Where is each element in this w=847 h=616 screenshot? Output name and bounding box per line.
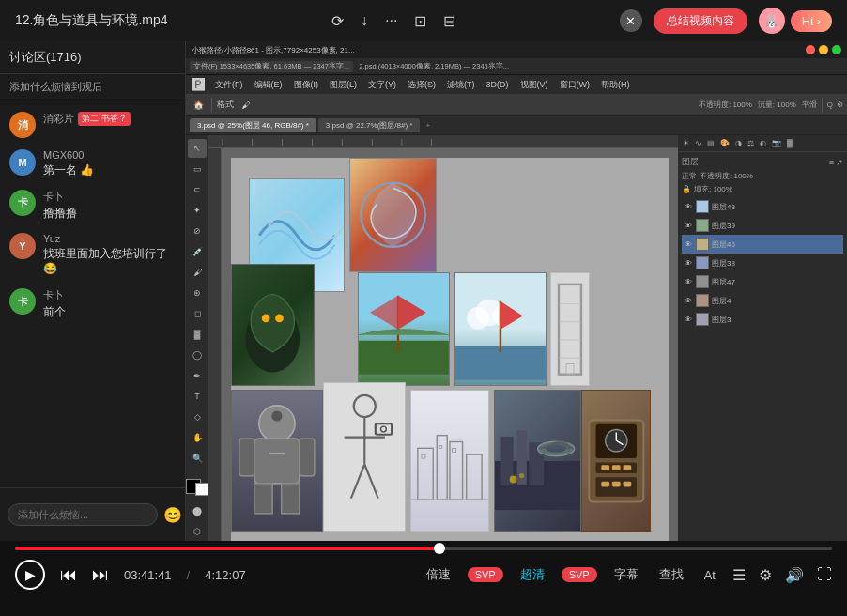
next-button[interactable]: ⏭	[92, 565, 109, 585]
adj-hue[interactable]: 🎨	[718, 138, 732, 148]
ps-menu-window[interactable]: 窗口(W)	[555, 77, 595, 93]
ps-layer-row[interactable]: 👁 图层38	[682, 254, 843, 272]
svg-rect-45	[559, 284, 581, 374]
ps-layer-visibility[interactable]: 👁	[684, 297, 693, 305]
ps-tab-1[interactable]: 3.psd @ 25%(图层 46, RGB/8#) *	[190, 118, 316, 132]
search-button[interactable]: 查找	[655, 564, 687, 585]
ps-layer-visibility[interactable]: 👁	[684, 259, 693, 268]
adj-photo[interactable]: 📷	[770, 138, 783, 148]
comment-input[interactable]	[8, 503, 158, 526]
volume-button[interactable]: 🔊	[785, 566, 804, 584]
close-dot[interactable]	[806, 45, 815, 54]
ps-layer-visibility[interactable]: 👁	[684, 222, 693, 230]
background-swatch[interactable]	[195, 483, 208, 496]
ps-tool-crop[interactable]: ⊘	[188, 222, 207, 240]
ps-tool-zoom[interactable]: 🔍	[188, 449, 207, 468]
ps-tab-add[interactable]: +	[425, 121, 430, 130]
ps-layer-row[interactable]: 👁 图层4	[682, 291, 843, 310]
ps-tool-extra1[interactable]: Q	[827, 100, 833, 109]
maximize-dot[interactable]	[832, 45, 841, 54]
ps-format-btn[interactable]: 格式	[217, 97, 234, 114]
ps-canvas-content[interactable]	[222, 148, 678, 541]
settings-button[interactable]: ⚙	[759, 566, 772, 584]
ps-menu-edit[interactable]: 编辑(E)	[250, 77, 287, 93]
ps-layer-row[interactable]: 👁 图层45	[682, 235, 843, 254]
speed-button[interactable]: 倍速	[423, 564, 454, 585]
adj-gradient[interactable]: ▓	[785, 138, 794, 148]
minimize-icon[interactable]: ⊟	[443, 12, 455, 30]
more-icon[interactable]: ···	[385, 12, 397, 29]
progress-bar[interactable]	[15, 547, 832, 550]
ps-panel-expand[interactable]: ↗	[836, 158, 843, 167]
ps-tool-lasso[interactable]: ⊂	[188, 180, 207, 199]
close-button[interactable]: ✕	[620, 9, 642, 32]
ps-tool-magic[interactable]: ✦	[188, 201, 207, 220]
svp-badge-1[interactable]: SVP	[468, 567, 503, 582]
download-icon[interactable]: ↓	[361, 12, 368, 29]
ps-menu-layer[interactable]: 图层(L)	[325, 77, 362, 93]
ps-menu-select[interactable]: 选择(S)	[403, 77, 440, 93]
prev-button[interactable]: ⏮	[60, 565, 77, 585]
ps-tool-gradient[interactable]: ▓	[188, 325, 207, 344]
ps-tool-eyedropper[interactable]: 💉	[188, 242, 207, 261]
adj-brightness[interactable]: ☀	[681, 138, 691, 148]
ps-menu-filter[interactable]: 滤镜(T)	[442, 77, 480, 93]
ps-menu-view[interactable]: 视图(V)	[516, 77, 553, 93]
ps-layer-row[interactable]: 👁 图层43	[682, 197, 843, 216]
adj-saturation[interactable]: ◑	[733, 138, 744, 148]
ps-panel-menu[interactable]: ≡	[829, 158, 834, 167]
list-button[interactable]: ☰	[732, 566, 746, 584]
emoji-button[interactable]: 😊	[163, 506, 182, 524]
ps-tool-text[interactable]: T	[188, 387, 207, 406]
ps-menu-image[interactable]: 图像(I)	[289, 77, 324, 93]
adj-curves[interactable]: ∿	[693, 138, 703, 148]
ps-menu-file[interactable]: 文件(F)	[210, 77, 248, 93]
summary-button[interactable]: 总结视频内容	[654, 8, 747, 34]
at-button[interactable]: At	[701, 566, 719, 584]
ps-tool-move[interactable]: ↖	[188, 139, 207, 158]
play-button[interactable]: ▶	[15, 560, 45, 590]
ps-brush-btn[interactable]: 🖌	[237, 97, 254, 114]
ps-layer-row[interactable]: 👁 图层3	[682, 310, 843, 329]
ps-tool-pen[interactable]: ✒	[188, 366, 207, 385]
ps-tool-extra2[interactable]: ⚙	[837, 100, 843, 109]
file-item[interactable]: 文件(F) 1533×4635像素, 61.63MB — 2347兆字...	[190, 61, 353, 72]
ps-tool-quickmask[interactable]: ⬡	[188, 522, 207, 541]
hi-button[interactable]: Hi ›	[791, 10, 832, 32]
ps-layer-row[interactable]: 👁 图层47	[682, 272, 843, 291]
ps-menu-help[interactable]: 帮助(H)	[596, 77, 635, 93]
ps-layer-visibility[interactable]: 👁	[684, 316, 693, 324]
ps-layer-visibility[interactable]: 👁	[684, 240, 693, 249]
svg-point-43	[509, 476, 516, 484]
adj-blackwhite[interactable]: ◐	[758, 138, 768, 148]
adj-levels[interactable]: ▤	[705, 138, 716, 148]
ps-menu-3d[interactable]: 3D(D)	[482, 78, 514, 91]
adj-colorbalance[interactable]: ⚖	[746, 138, 756, 148]
window-controls	[806, 45, 841, 54]
ps-layer-row[interactable]: 👁 图层39	[682, 216, 843, 235]
share-icon[interactable]: ⟳	[331, 12, 344, 30]
fullscreen-button[interactable]: ⛶	[817, 566, 832, 583]
ps-tool-eraser[interactable]: ◻	[188, 304, 207, 323]
ps-tool-dodge[interactable]: ◯	[188, 346, 207, 364]
subtitle-button[interactable]: 字幕	[610, 564, 642, 585]
ps-tool-mask[interactable]: ⬤	[188, 501, 207, 520]
ps-tool-rect[interactable]: ▭	[188, 160, 207, 178]
list-item: M MGX600 第一名 👍	[0, 144, 185, 184]
ps-tool-brush[interactable]: 🖌	[188, 263, 207, 282]
ps-menu-text[interactable]: 文字(Y)	[363, 77, 401, 93]
svp-badge-2[interactable]: SVP	[562, 567, 597, 582]
ps-tool-clone[interactable]: ⊛	[188, 284, 207, 302]
pip-icon[interactable]: ⊡	[414, 12, 426, 30]
ps-tab-2[interactable]: 3.psd @ 22.7%(图层/8#) *	[318, 118, 421, 132]
super-quality-button[interactable]: 超清	[516, 564, 548, 585]
comment-body: 卡卜 撸撸撸	[43, 190, 176, 222]
ps-tool-shape[interactable]: ◇	[188, 408, 207, 426]
ps-layer-visibility[interactable]: 👁	[684, 203, 693, 211]
minimize-dot[interactable]	[819, 45, 828, 54]
art-building-svg	[551, 273, 589, 386]
ps-tool-nav[interactable]: 🏠	[190, 97, 207, 114]
file-item2[interactable]: 2.psd (4013×4000像素, 2.19MB) — 2345兆字...	[355, 61, 513, 72]
ps-tool-hand[interactable]: ✋	[188, 428, 207, 447]
ps-layer-visibility[interactable]: 👁	[684, 278, 693, 286]
